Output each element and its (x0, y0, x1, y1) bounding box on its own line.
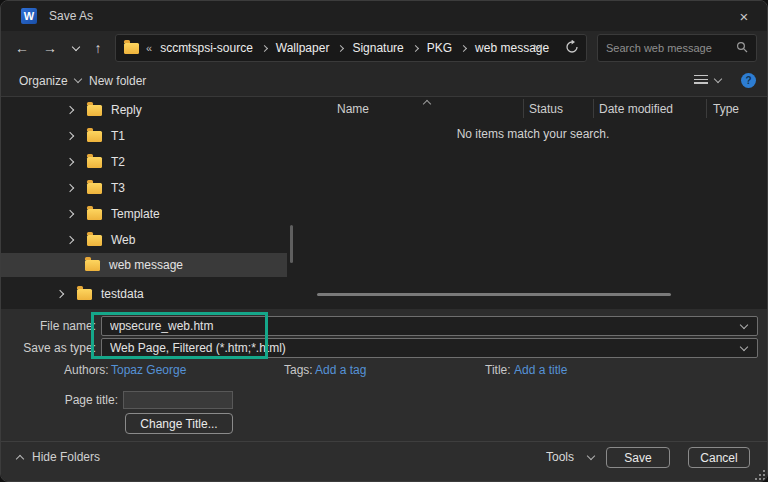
column-divider[interactable] (523, 99, 524, 118)
column-divider[interactable] (706, 99, 707, 118)
footer-divider (1, 441, 768, 442)
tree-item-label: T2 (111, 155, 125, 169)
column-header-date-modified[interactable]: Date modified (599, 99, 673, 119)
tree-item-t1[interactable]: T1 (1, 123, 287, 149)
tree-item-label: Reply (111, 103, 142, 117)
chevron-up-icon (16, 454, 24, 462)
breadcrumb-segment[interactable]: PKG (425, 41, 454, 55)
help-icon[interactable]: ? (741, 73, 756, 88)
tree-item-label: T1 (111, 129, 125, 143)
expand-icon[interactable] (66, 210, 74, 218)
column-header-name[interactable]: Name (337, 99, 369, 119)
tree-item-testdata[interactable]: testdata (1, 281, 287, 307)
tree-item-t3[interactable]: T3 (1, 175, 287, 201)
expand-icon[interactable] (56, 290, 64, 298)
new-folder-label: New folder (89, 74, 146, 88)
organize-button[interactable]: Organize (19, 65, 81, 96)
folder-icon (87, 131, 102, 142)
navigation-bar: ← → ↑ « sccmtspsi-source Wallpaper Signa… (1, 31, 768, 65)
chevron-down-icon (587, 451, 595, 459)
chevron-right-icon (412, 44, 419, 51)
tree-item-label: Template (111, 207, 160, 221)
hide-folders-button[interactable]: Hide Folders (17, 450, 100, 464)
tree-item-web[interactable]: web message Web (1, 227, 287, 253)
forward-button[interactable]: → (37, 31, 63, 65)
tree-scrollbar[interactable] (290, 225, 293, 263)
tags-label: Tags: (284, 363, 313, 377)
chevron-right-icon (337, 44, 344, 51)
chevron-right-icon (460, 44, 467, 51)
empty-results-message: No items match your search. (297, 127, 768, 141)
tree-item-template[interactable]: Template (1, 201, 287, 227)
file-list-horizontal-scrollbar[interactable] (317, 293, 671, 296)
breadcrumb-segment[interactable]: sccmtspsi-source (158, 41, 255, 55)
folder-icon (87, 105, 102, 116)
add-title-link[interactable]: Add a title (514, 363, 567, 377)
sort-ascending-icon[interactable] (423, 100, 431, 108)
back-button[interactable]: ← (9, 31, 35, 65)
file-name-label: File name: (1, 319, 96, 333)
save-as-type-combobox (101, 338, 758, 358)
tree-item-label: Web (111, 233, 135, 247)
new-folder-button[interactable]: New folder (89, 65, 146, 96)
change-title-button[interactable]: Change Title... (125, 413, 233, 434)
title-bar: W Save As × (1, 1, 768, 31)
tree-item-reply[interactable]: Reply (1, 97, 287, 123)
page-title-label: Page title: (1, 393, 118, 407)
up-button[interactable]: ↑ (85, 31, 111, 65)
authors-value-link[interactable]: Topaz George (111, 363, 186, 377)
chevron-down-icon[interactable] (740, 320, 748, 328)
main-area: Reply T1 T2 T3 Template (1, 97, 768, 309)
expand-icon[interactable] (66, 106, 74, 114)
save-as-type-label: Save as type: (1, 341, 96, 355)
breadcrumb-segment[interactable]: Wallpaper (274, 41, 332, 55)
window-title: Save As (49, 9, 93, 23)
chevron-down-icon (73, 75, 81, 83)
expand-icon[interactable] (66, 184, 74, 192)
close-icon[interactable]: × (729, 3, 759, 29)
folder-icon (87, 157, 102, 168)
save-button[interactable]: Save (606, 447, 670, 468)
breadcrumb-segment[interactable]: Signature (350, 41, 405, 55)
organize-label: Organize (19, 74, 68, 88)
search-input[interactable] (606, 42, 736, 54)
tools-button[interactable]: Tools (546, 450, 594, 464)
save-as-dialog: W Save As × ← → ↑ « sccmtspsi-source Wal… (0, 0, 768, 482)
column-header-type[interactable]: Type (713, 99, 739, 119)
save-as-type-input[interactable] (102, 341, 741, 355)
tree-item-t2[interactable]: T2 (1, 149, 287, 175)
cancel-button[interactable]: Cancel (688, 447, 750, 468)
tree-item-label: web message (109, 258, 183, 272)
views-button[interactable] (694, 65, 721, 96)
chevron-down-icon[interactable] (740, 342, 748, 350)
expand-icon[interactable] (66, 132, 74, 140)
refresh-icon[interactable] (565, 40, 579, 57)
folder-icon (87, 183, 102, 194)
resize-grip[interactable] (755, 470, 765, 480)
column-header-status[interactable]: Status (529, 99, 563, 119)
chevron-right-icon (261, 44, 268, 51)
authors-label: Authors: (64, 363, 109, 377)
folder-icon (87, 235, 102, 246)
search-icon[interactable] (736, 41, 748, 56)
breadcrumb-overflow-icon[interactable]: « (146, 42, 152, 54)
tree-item-label: testdata (101, 287, 144, 301)
folder-tree: Reply T1 T2 T3 Template (1, 97, 291, 309)
tree-item-web-message-selected[interactable]: web message (1, 253, 287, 277)
file-list: Name Status Date modified Type No items … (297, 97, 768, 309)
expand-icon[interactable] (66, 236, 74, 244)
expand-icon[interactable] (66, 158, 74, 166)
word-app-icon: W (21, 8, 37, 24)
address-bar[interactable]: « sccmtspsi-source Wallpaper Signature P… (115, 34, 587, 62)
views-icon (694, 75, 708, 86)
folder-icon (124, 43, 139, 54)
tools-label: Tools (546, 450, 574, 464)
file-name-input[interactable] (102, 319, 741, 333)
folder-icon (85, 260, 100, 271)
tree-item-label: T3 (111, 181, 125, 195)
title-label: Title: (485, 363, 511, 377)
add-tag-link[interactable]: Add a tag (315, 363, 366, 377)
column-divider[interactable] (593, 99, 594, 118)
search-box (597, 34, 757, 62)
page-title-input[interactable] (123, 391, 233, 409)
